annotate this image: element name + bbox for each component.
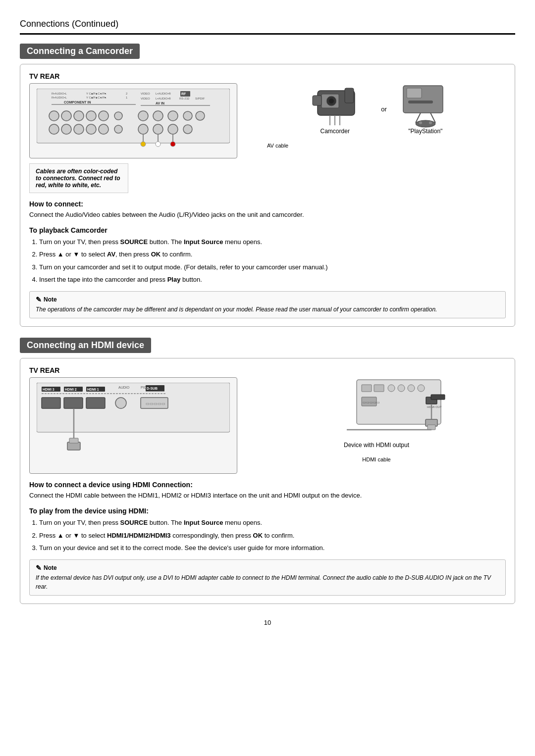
svg-point-61 xyxy=(416,120,435,127)
camcorder-note-title: ✎ Note xyxy=(36,296,499,303)
svg-text:HDMI 3: HDMI 3 xyxy=(43,388,54,391)
svg-rect-58 xyxy=(408,101,433,103)
svg-text:R•AUDIO•L: R•AUDIO•L xyxy=(52,92,67,95)
note-title-text: Note xyxy=(44,296,57,303)
svg-text:VIDEO: VIDEO xyxy=(141,97,150,100)
svg-point-9 xyxy=(49,111,59,121)
svg-rect-96 xyxy=(431,395,445,400)
svg-rect-57 xyxy=(407,88,422,98)
svg-text:HDMI OUT: HDMI OUT xyxy=(427,405,442,408)
camcorder-tv-panel-svg: R•AUDIO•L Y Cʙ/Pʙ Cʀ/Pʀ 2 R•AUDIO•L Y Cʙ… xyxy=(37,89,230,148)
svg-text:HDMI 1: HDMI 1 xyxy=(87,388,99,391)
or-text: or xyxy=(381,105,387,113)
playstation-svg xyxy=(401,83,450,128)
hdmi-device-svg: ▭▭▭▭▭ HDMI OUT xyxy=(307,377,446,442)
camcorder-note-section: ✎ Note The operations of the camcorder m… xyxy=(29,291,506,318)
svg-point-40 xyxy=(183,125,192,134)
svg-point-12 xyxy=(86,111,96,121)
hdmi-content-box: TV REAR HDMI 3 HDMI 2 HDMI 1 AUDIO xyxy=(20,358,515,604)
svg-point-13 xyxy=(99,111,108,121)
camcorder-right-diagram: Camcorder or xyxy=(247,83,506,149)
hdmi-tv-panel: HDMI 3 HDMI 2 HDMI 1 AUDIO PIC D-SUB xyxy=(29,377,237,474)
hdmi-right-diagram: ▭▭▭▭▭ HDMI OUT Device with HDMI output H… xyxy=(247,377,506,462)
hdmi-note-title-text: Note xyxy=(44,564,57,571)
svg-point-91 xyxy=(408,385,415,392)
title-suffix: (Continued) xyxy=(69,19,118,29)
hdmi-tv-diagram: HDMI 3 HDMI 2 HDMI 1 AUDIO PIC D-SUB xyxy=(29,377,237,474)
page-number: 10 xyxy=(20,619,515,626)
svg-rect-85 xyxy=(69,438,78,443)
to-playback-heading: To playback Camcorder xyxy=(29,226,506,234)
svg-text:RF: RF xyxy=(181,92,186,96)
svg-point-19 xyxy=(99,124,108,134)
svg-point-33 xyxy=(153,111,163,121)
hdmi-device-label: Device with HDMI output xyxy=(344,442,409,449)
svg-rect-52 xyxy=(345,88,354,103)
playstation-label: "PlayStation" xyxy=(408,128,442,135)
camcorder-label: Camcorder xyxy=(321,128,350,135)
svg-point-10 xyxy=(61,111,71,121)
hdmi-tv-rear-label: TV REAR xyxy=(29,366,506,374)
list-item: Insert the tape into the camcorder and p… xyxy=(39,274,506,285)
hdmi-note-section: ✎ Note If the external device has DVI ou… xyxy=(29,559,506,596)
list-item: Press ▲ or ▼ to select HDMI1/HDMI2/HDMI3… xyxy=(39,530,506,541)
svg-text:Y   Cʙ/Pʙ  Cʀ/Pʀ: Y Cʙ/Pʙ Cʀ/Pʀ xyxy=(86,96,107,99)
how-to-connect-heading: How to connect: xyxy=(29,200,506,208)
svg-point-34 xyxy=(168,111,178,121)
svg-text:L•AUDIO•R: L•AUDIO•R xyxy=(156,97,171,100)
svg-point-79 xyxy=(115,398,126,408)
title-text: Connections xyxy=(20,19,69,29)
svg-rect-51 xyxy=(313,96,321,105)
svg-point-50 xyxy=(329,99,334,103)
to-play-heading: To play from the device using HDMI: xyxy=(29,507,506,515)
svg-point-18 xyxy=(86,124,96,134)
svg-point-44 xyxy=(141,142,146,147)
camcorder-diagram-area: R•AUDIO•L Y Cʙ/Pʙ Cʀ/Pʀ 2 R•AUDIO•L Y Cʙ… xyxy=(29,83,506,193)
hdmi-cable-label: HDMI cable xyxy=(362,456,390,462)
camcorder-svg xyxy=(303,83,367,128)
svg-point-45 xyxy=(156,142,160,147)
svg-point-11 xyxy=(74,111,84,121)
svg-point-39 xyxy=(168,124,178,134)
list-item: Turn on your device and set it to the co… xyxy=(39,542,506,554)
camcorder-cables-note: Cables are often color-coded to connecto… xyxy=(29,163,128,193)
svg-text:S/PDIF: S/PDIF xyxy=(195,97,205,100)
svg-text:AV IN: AV IN xyxy=(156,101,164,105)
svg-point-90 xyxy=(398,385,405,392)
svg-point-20 xyxy=(114,125,122,133)
svg-text:Y   Cʙ/Pʙ  Cʀ/Pʀ: Y Cʙ/Pʙ Cʀ/Pʀ xyxy=(86,92,107,95)
svg-point-89 xyxy=(388,385,395,392)
svg-point-16 xyxy=(61,124,71,134)
svg-point-63 xyxy=(429,121,432,124)
svg-text:▭▭▭▭▭: ▭▭▭▭▭ xyxy=(146,402,165,406)
hdmi-how-to-connect-heading: How to connect a device using HDMI Conne… xyxy=(29,481,506,489)
note-icon: ✎ xyxy=(36,296,42,303)
svg-point-35 xyxy=(183,111,192,120)
svg-rect-76 xyxy=(42,398,60,408)
list-item: Press ▲ or ▼ to select AV, then press OK… xyxy=(39,249,506,260)
svg-rect-88 xyxy=(374,385,384,392)
note-icon: ✎ xyxy=(36,564,42,572)
svg-text:AUDIO: AUDIO xyxy=(118,386,130,389)
to-play-list: Turn on your TV, then press SOURCE butto… xyxy=(29,517,506,554)
svg-text:COMPONENT IN: COMPONENT IN xyxy=(64,101,91,104)
hdmi-note-text: If the external device has DVI output on… xyxy=(36,573,499,591)
svg-point-92 xyxy=(418,385,425,392)
hdmi-note-title: ✎ Note xyxy=(36,564,499,572)
hdmi-section-header: Connecting an HDMI device xyxy=(20,338,151,353)
hdmi-how-to-connect-text: Connect the HDMI cable between the HDMI1… xyxy=(29,491,506,501)
svg-text:PIC: PIC xyxy=(141,386,147,389)
camcorder-tv-panel: R•AUDIO•L Y Cʙ/Pʙ Cʀ/Pʀ 2 R•AUDIO•L Y Cʙ… xyxy=(29,83,237,158)
svg-point-14 xyxy=(114,112,122,120)
svg-point-38 xyxy=(153,124,163,134)
how-to-connect-text: Connect the Audio/Video cables between t… xyxy=(29,210,506,220)
svg-rect-78 xyxy=(86,398,105,408)
svg-point-37 xyxy=(138,124,148,134)
svg-text:R•AUDIO•L: R•AUDIO•L xyxy=(52,96,67,99)
svg-text:RS-232: RS-232 xyxy=(179,97,190,100)
svg-point-15 xyxy=(49,124,59,134)
camcorder-content-box: TV REAR R•AUDIO•L Y Cʙ/Pʙ Cʀ/Pʀ 2 R•AUDI… xyxy=(20,64,515,327)
hdmi-tv-panel-svg: HDMI 3 HDMI 2 HDMI 1 AUDIO PIC D-SUB xyxy=(37,383,230,462)
svg-text:D-SUB: D-SUB xyxy=(147,387,158,390)
svg-point-36 xyxy=(196,111,205,120)
